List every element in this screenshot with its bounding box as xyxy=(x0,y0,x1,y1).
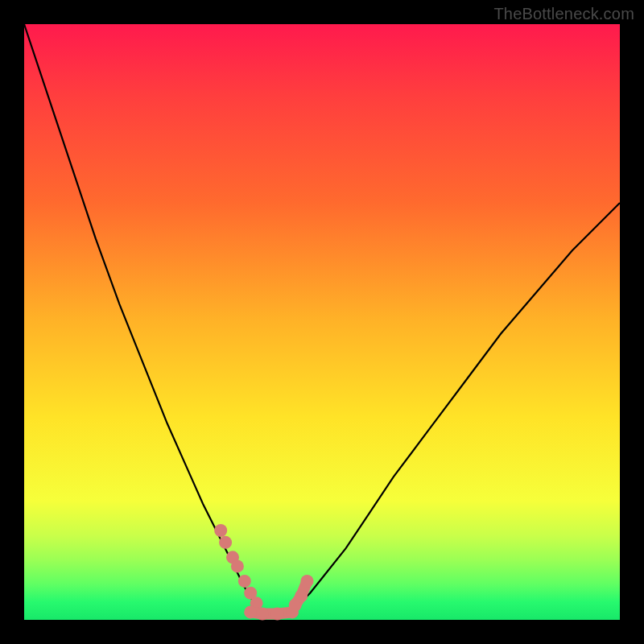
markers-left-dot xyxy=(231,559,244,572)
curve-layer xyxy=(24,24,620,615)
chart-svg xyxy=(24,24,620,620)
plot-area xyxy=(24,24,620,620)
left-curve xyxy=(24,24,262,615)
chart-frame: TheBottleneck.com xyxy=(0,0,644,644)
markers-bottom-dot xyxy=(271,608,284,621)
markers-left-dot xyxy=(214,524,227,537)
markers-left-dot xyxy=(238,575,251,588)
markers-right-dot xyxy=(301,575,314,588)
markers-bottom-dot xyxy=(244,605,257,618)
markers-right-dot xyxy=(295,589,308,602)
watermark-text: TheBottleneck.com xyxy=(493,5,634,23)
marker-layer xyxy=(214,524,313,621)
markers-bottom-dot xyxy=(256,608,269,621)
right-curve xyxy=(287,203,620,615)
markers-left-dot xyxy=(219,536,232,549)
